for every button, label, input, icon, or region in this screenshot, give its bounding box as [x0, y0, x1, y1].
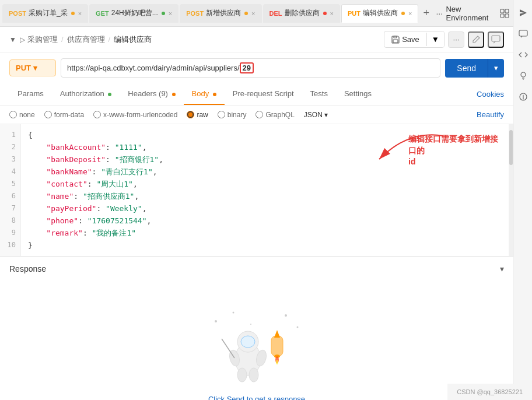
cookies-link[interactable]: Cookies	[477, 90, 504, 99]
code-line-5: "contact": "周大山1",	[28, 178, 390, 190]
env-section: New Environment	[446, 5, 511, 22]
json-select[interactable]: JSON ▾	[304, 111, 328, 119]
send-button[interactable]: Send	[445, 59, 488, 78]
send-dropdown-button[interactable]: ▾	[488, 59, 504, 78]
empty-state: Click Send to get a response	[0, 280, 513, 400]
tab-close-icon[interactable]: ×	[169, 10, 172, 17]
scrollbar-thumb[interactable]	[509, 130, 513, 165]
tab-dot	[244, 12, 248, 15]
code-content[interactable]: { "bankAccount": "1111", "bankDeposit": …	[21, 124, 397, 256]
tab-put-edit-supplier[interactable]: PUT 编辑供应商 ×	[341, 4, 418, 23]
tab-close-icon[interactable]: ×	[408, 10, 412, 17]
opt-graphql[interactable]: GraphQL	[256, 111, 294, 119]
tab-settings[interactable]: Settings	[336, 83, 380, 105]
tab-prerequest[interactable]: Pre-request Script	[225, 83, 302, 105]
svg-point-9	[233, 312, 235, 314]
tab-close-icon[interactable]: ×	[251, 10, 255, 17]
line-num-10: 10	[5, 239, 16, 251]
method-label: PUT	[348, 10, 360, 17]
svg-rect-1	[505, 9, 509, 13]
tab-bar: POST 采购订单_采 × GET 24H鲜奶吧营... × POST 新增供应…	[0, 0, 513, 27]
sidebar-code-icon[interactable]	[515, 47, 531, 63]
tab-label: 编辑供应商	[363, 8, 398, 18]
opt-none[interactable]: none	[9, 111, 35, 119]
tab-label: 新增供应商	[206, 8, 241, 18]
sidebar-send-icon[interactable]	[515, 5, 531, 21]
sidebar-chat-icon[interactable]	[515, 26, 531, 42]
url-prefix: https://api-qa.cdbxyt.com/dairy/admin/ap…	[67, 64, 240, 72]
new-tab-button[interactable]: +	[419, 5, 433, 22]
svg-point-24	[276, 360, 278, 364]
url-id: 29	[240, 62, 254, 73]
tab-authorization[interactable]: Authorization	[52, 83, 120, 105]
tab-body[interactable]: Body	[184, 83, 225, 105]
code-line-7: "payPeriod": "Weekly",	[28, 202, 390, 215]
comment-icon-button[interactable]	[488, 31, 504, 48]
back-icon[interactable]: ▷	[20, 36, 25, 44]
line-num-3: 3	[5, 153, 16, 166]
breadcrumb-purchase[interactable]: 采购管理	[27, 34, 58, 45]
env-settings-icon[interactable]	[498, 5, 511, 22]
opt-urlencoded[interactable]: x-www-form-urlencoded	[93, 111, 177, 119]
annotation-area: 编辑接口需要拿到新增接口的id	[397, 124, 513, 256]
code-line-8: "phone": "17607521544",	[28, 215, 390, 227]
svg-point-27	[521, 72, 526, 77]
empty-state-text[interactable]: Click Send to get a response	[208, 395, 305, 400]
svg-point-18	[237, 368, 247, 382]
sidebar-info-icon[interactable]	[515, 89, 531, 105]
tab-post-add-supplier[interactable]: POST 新增供应商 ×	[180, 4, 261, 23]
method-label: GET	[96, 10, 109, 17]
edit-icon-button[interactable]	[468, 31, 484, 48]
breadcrumb-current: 编辑供应商	[114, 34, 152, 45]
opt-binary[interactable]: binary	[218, 111, 247, 119]
opt-raw[interactable]: raw	[187, 111, 208, 119]
save-button-group: Save ▼	[384, 31, 444, 48]
tab-close-icon[interactable]: ×	[78, 10, 82, 17]
tab-headers[interactable]: Headers (9)	[120, 83, 183, 105]
tab-del-supplier[interactable]: DEL 删除供应商 ×	[263, 4, 340, 23]
line-num-2: 2	[5, 141, 16, 153]
response-section[interactable]: Response ▾	[0, 257, 513, 280]
svg-point-15	[241, 336, 255, 348]
code-line-10: }	[28, 239, 390, 251]
tab-tests[interactable]: Tests	[302, 83, 336, 105]
json-chevron-icon: ▾	[324, 111, 328, 119]
more-tabs-button[interactable]: ···	[433, 5, 446, 22]
opt-form-data[interactable]: form-data	[44, 111, 84, 119]
svg-point-19	[249, 368, 258, 382]
astronaut-illustration	[204, 304, 309, 385]
tab-label: 采购订单_采	[29, 8, 68, 18]
sidebar-bulb-icon[interactable]	[515, 68, 531, 84]
url-input[interactable]: https://api-qa.cdbxyt.com/dairy/admin/ap…	[61, 58, 440, 78]
method-value: PUT	[16, 64, 31, 72]
method-label: POST	[9, 10, 26, 17]
line-num-1: 1	[5, 129, 16, 141]
response-chevron-icon: ▾	[500, 264, 504, 273]
beautify-link[interactable]: Beautify	[477, 110, 504, 119]
scrollbar-track[interactable]	[509, 124, 513, 256]
bottom-text: CSDN @qq_36825221	[457, 388, 523, 395]
save-button[interactable]: Save	[384, 33, 427, 46]
tab-params[interactable]: Params	[9, 83, 52, 105]
tab-post-purchase[interactable]: POST 采购订单_采 ×	[2, 4, 88, 23]
svg-marker-21	[274, 330, 280, 338]
url-bar: PUT ▾ https://api-qa.cdbxyt.com/dairy/ad…	[0, 52, 513, 83]
save-dropdown-button[interactable]: ▼	[427, 31, 444, 47]
breadcrumb-suppliers[interactable]: 供应商管理	[67, 34, 105, 45]
method-select[interactable]: PUT ▾	[9, 59, 56, 76]
tab-dot	[71, 12, 75, 15]
breadcrumb-actions: Save ▼ ···	[384, 31, 504, 48]
breadcrumb: ▼ ▷ 采购管理 / 供应商管理 / 编辑供应商	[9, 34, 384, 45]
method-label: DEL	[270, 10, 282, 17]
tab-close-icon[interactable]: ×	[330, 10, 334, 17]
svg-rect-20	[271, 336, 283, 356]
code-lines: 1 2 3 4 5 6 7 8 9 10 { "bankAccount": "1…	[0, 124, 513, 256]
more-options-button[interactable]: ···	[448, 31, 464, 48]
tab-get-milk[interactable]: GET 24H鲜奶吧营... ×	[89, 4, 178, 23]
line-num-8: 8	[5, 215, 16, 227]
code-line-2: "bankAccount": "1111",	[28, 141, 390, 153]
code-line-9: "remark": "我的备注1"	[28, 227, 390, 239]
line-numbers: 1 2 3 4 5 6 7 8 9 10	[0, 124, 21, 256]
dropdown-icon[interactable]: ▼	[9, 36, 16, 44]
svg-rect-2	[501, 14, 504, 17]
